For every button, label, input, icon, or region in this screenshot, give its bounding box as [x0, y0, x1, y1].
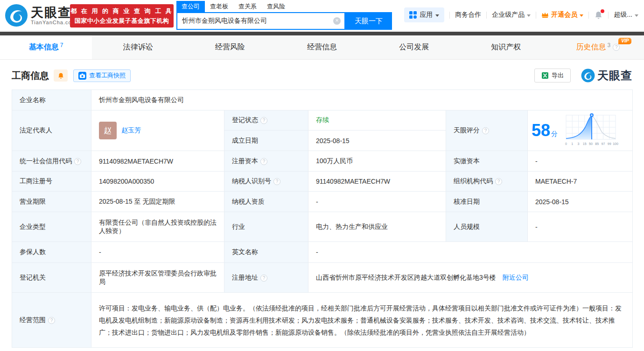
- tab-history-info[interactable]: VIP 历史信息 3 ?: [552, 35, 644, 59]
- avatar[interactable]: 赵: [99, 122, 117, 139]
- search-tab-risk[interactable]: 查风险: [262, 1, 290, 12]
- tab-business-info[interactable]: 经营信息: [276, 35, 368, 59]
- camera-icon: [78, 72, 86, 80]
- field-value-taxpayer-id: 91140982MAETAECH7W: [308, 172, 446, 192]
- tab-count: 3: [608, 42, 611, 48]
- field-label-tyc-score: 天眼评分?: [446, 110, 528, 151]
- tab-basic-info[interactable]: 基本信息 7: [0, 35, 92, 59]
- business-info-table: 企业名称 忻州市金朔风电设备有限公司 法定代表人 赵 赵玉芳 登记状态? 存续 …: [12, 89, 633, 348]
- help-icon[interactable]: ?: [495, 178, 502, 185]
- bell-icon: [57, 72, 64, 79]
- search-area: 查公司 查老板 查关系 查风险 × 天眼一下: [176, 1, 392, 30]
- field-value-uscc: 91140982MAETAECH7W: [91, 151, 224, 172]
- status-badge: 存续: [316, 116, 329, 124]
- divider: [536, 12, 536, 19]
- nearby-companies-link[interactable]: 附近公司: [503, 274, 529, 281]
- section-title: 工商信息: [12, 69, 49, 82]
- table-row: 统一社会信用代码? 91140982MAETAECH7W 注册资本? 100万人…: [12, 151, 633, 172]
- field-label-approval-date: 核准日期: [446, 192, 528, 212]
- field-value-business-term: 2025-08-15 至 无固定期限: [91, 192, 224, 212]
- apps-label: 应用: [420, 11, 433, 19]
- field-label-business-term: 营业期限: [12, 192, 91, 212]
- tab-count: 7: [60, 42, 63, 48]
- svg-text:100: 100: [613, 142, 618, 145]
- excel-icon: [541, 72, 549, 79]
- nav-business-coop[interactable]: 商务合作: [455, 11, 481, 19]
- help-icon[interactable]: ?: [260, 275, 267, 282]
- table-row: 登记机关 原平经济技术开发区管理委员会行政审批局 注册地址? 山西省忻州市原平经…: [12, 263, 633, 293]
- search-input-wrap: ×: [176, 12, 345, 30]
- svg-text:85: 85: [595, 142, 599, 145]
- export-button[interactable]: 导出: [534, 69, 571, 83]
- field-value-tyc-score[interactable]: 58分 0 1: [528, 110, 633, 151]
- tab-intellectual-property[interactable]: 知识产权: [460, 35, 552, 59]
- snapshot-button[interactable]: 查看工商快照: [73, 69, 131, 82]
- table-row: 经营范围? 许可项目：发电业务、输电业务、供（配）电业务。（依法须经批准的项目，…: [12, 293, 633, 348]
- apps-menu[interactable]: 应用: [404, 7, 444, 22]
- help-icon[interactable]: ?: [74, 158, 81, 165]
- field-value-approval-date: 2025-08-15: [528, 192, 633, 212]
- chevron-down-icon: [635, 14, 638, 17]
- field-label-reg-capital: 注册资本?: [224, 151, 308, 172]
- slogan-line1: 都 在 用 的 商 业 查 询 工 具: [70, 7, 173, 15]
- field-label-reg-authority: 登记机关: [12, 263, 91, 293]
- field-label-insured: 参保人数: [12, 242, 91, 263]
- score-axis-ticks: 0 1 3 15 50 85 97 99 100: [565, 142, 618, 145]
- user-label: 超级...: [614, 11, 632, 19]
- table-row: 企业类型 有限责任公司（非自然人投资或控股的法人独资） 行业 电力、热力生产和供…: [12, 212, 633, 242]
- score-distribution-chart: 0 1 3 15 50 85 97 99 100: [562, 112, 619, 149]
- field-value-taxpayer-quality: -: [308, 192, 446, 212]
- slogan-banner: 都 在 用 的 商 业 查 询 工 具 国家中小企业发展子基金旗下机构: [70, 4, 174, 28]
- header-divider: [0, 32, 644, 35]
- nav-open-vip[interactable]: 开通会员: [541, 11, 583, 19]
- search-button[interactable]: 天眼一下: [345, 12, 392, 30]
- table-row: 营业期限 2025-08-15 至 无固定期限 纳税人资质 - 核准日期 202…: [12, 192, 633, 212]
- address-text: 山西省忻州市原平经济技术开发区跨越大道双创孵化基地3号楼: [316, 274, 496, 281]
- field-label-legal-rep: 法定代表人: [12, 110, 91, 151]
- divider: [486, 12, 487, 19]
- tab-label: 经营风险: [215, 42, 245, 52]
- divider: [608, 12, 609, 19]
- top-nav: 应用 商务合作 企业级产品 开通会员 超级...: [404, 7, 638, 22]
- help-icon[interactable]: ?: [613, 44, 620, 51]
- field-value-staff-size: -: [528, 212, 633, 242]
- table-row: 法定代表人 赵 赵玉芳 登记状态? 存续 天眼评分? 58分: [12, 110, 633, 131]
- svg-text:0: 0: [565, 142, 567, 145]
- svg-text:15: 15: [583, 142, 587, 145]
- help-icon[interactable]: ?: [260, 158, 267, 165]
- user-menu[interactable]: 超级...: [614, 11, 638, 19]
- tianyancha-logo[interactable]: 天眼查 TianYanCha.com: [5, 4, 77, 27]
- help-icon[interactable]: ?: [482, 127, 489, 134]
- search-tab-company[interactable]: 查公司: [176, 1, 205, 12]
- enterprise-label: 企业级产品: [492, 11, 525, 19]
- notifications-bell[interactable]: [594, 11, 603, 20]
- tab-operating-risk[interactable]: 经营风险: [184, 35, 276, 59]
- crown-icon: [541, 12, 549, 18]
- monitor-bell-button[interactable]: [54, 69, 68, 82]
- tab-company-development[interactable]: 公司发展: [368, 35, 460, 59]
- svg-text:3: 3: [578, 142, 580, 145]
- help-icon[interactable]: ?: [260, 117, 267, 124]
- apps-grid-icon: [409, 11, 417, 19]
- clear-icon[interactable]: ×: [333, 17, 341, 25]
- tab-label: 历史信息: [576, 42, 606, 52]
- field-value-industry: 电力、热力生产和供应业: [308, 212, 446, 242]
- field-value-insured: -: [91, 242, 224, 263]
- svg-text:97: 97: [602, 142, 605, 145]
- search-input[interactable]: [182, 17, 333, 25]
- tianyancha-logo-icon: [5, 4, 28, 27]
- score-panel[interactable]: 58分 0 1: [532, 112, 629, 149]
- field-label-org-code: 组织机构代码?: [446, 172, 528, 192]
- nav-enterprise-products[interactable]: 企业级产品: [492, 11, 531, 19]
- field-value-address: 山西省忻州市原平经济技术开发区跨越大道双创孵化基地3号楼 附近公司: [308, 263, 633, 293]
- help-icon[interactable]: ?: [48, 317, 55, 324]
- help-icon[interactable]: ?: [273, 178, 280, 185]
- search-tab-boss[interactable]: 查老板: [205, 1, 233, 12]
- divider: [588, 12, 589, 19]
- field-label-taxpayer-quality: 纳税人资质: [224, 192, 308, 212]
- legal-rep-link[interactable]: 赵玉芳: [121, 126, 141, 135]
- search-tab-relation[interactable]: 查关系: [233, 1, 262, 12]
- field-label-taxpayer-id: 纳税人识别号?: [224, 172, 308, 192]
- tab-legal-litigation[interactable]: 法律诉讼: [92, 35, 184, 59]
- tab-label: 法律诉讼: [123, 42, 153, 52]
